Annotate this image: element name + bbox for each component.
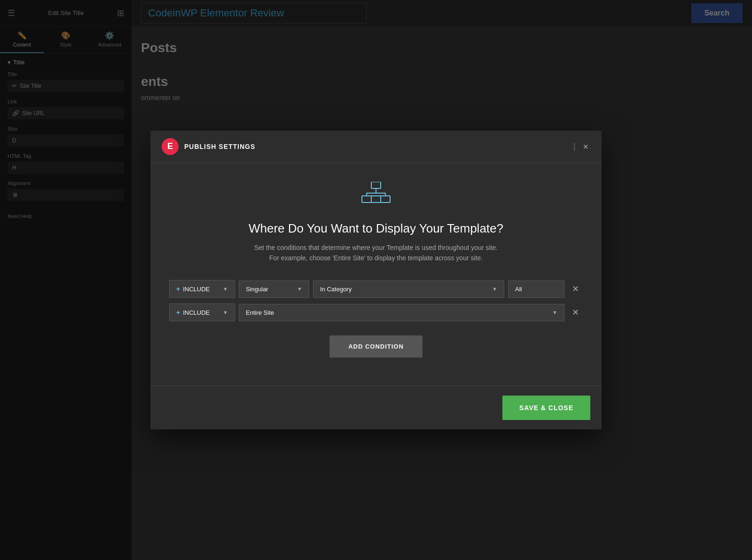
modal-title: PUBLISH SETTINGS	[184, 143, 568, 150]
elementor-logo: E	[162, 138, 179, 155]
svg-rect-7	[371, 196, 381, 202]
condition-row-1: + INCLUDE ▼ Singular ▼ In Category ▼ All	[169, 280, 583, 298]
condition-1-remove-button[interactable]: ✕	[568, 282, 583, 296]
condition-1-category-label: In Category	[320, 286, 352, 293]
modal-footer: SAVE & CLOSE	[150, 386, 602, 429]
condition-1-value-label: All	[515, 286, 522, 293]
save-close-button[interactable]: SAVE & CLOSE	[502, 396, 590, 420]
publish-settings-modal: E PUBLISH SETTINGS | ×	[150, 131, 602, 430]
condition-1-category-select[interactable]: In Category ▼	[313, 280, 504, 298]
condition-1-include-select[interactable]: + INCLUDE ▼	[169, 280, 235, 298]
condition-2-remove-button[interactable]: ✕	[568, 305, 583, 319]
condition-1-type-select[interactable]: Singular ▼	[239, 280, 309, 298]
conditions-list: + INCLUDE ▼ Singular ▼ In Category ▼ All	[169, 280, 583, 321]
template-display-icon	[361, 182, 391, 210]
svg-rect-6	[381, 196, 390, 202]
logo-letter: E	[167, 141, 173, 151]
plus-icon-2: +	[176, 309, 180, 316]
modal-header: E PUBLISH SETTINGS | ×	[150, 131, 602, 163]
condition-2-type-select[interactable]: Entire Site ▼	[239, 304, 564, 321]
modal-overlay: E PUBLISH SETTINGS | ×	[0, 0, 752, 560]
modal-body: Where Do You Want to Display Your Templa…	[150, 163, 602, 386]
condition-2-include-select[interactable]: + INCLUDE ▼	[169, 303, 235, 321]
plus-icon-1: +	[176, 285, 180, 293]
svg-rect-0	[371, 182, 381, 188]
condition-1-category-chevron: ▼	[492, 286, 497, 292]
condition-2-include-label: INCLUDE	[183, 309, 210, 316]
condition-2-type-chevron: ▼	[552, 310, 557, 315]
add-condition-button[interactable]: ADD CONDITION	[329, 335, 423, 358]
condition-1-include-label: INCLUDE	[183, 286, 210, 293]
condition-2-type-label: Entire Site	[246, 309, 274, 316]
condition-1-value-select[interactable]: All	[508, 280, 564, 298]
condition-1-type-label: Singular	[246, 286, 268, 293]
condition-1-type-chevron: ▼	[297, 286, 302, 292]
condition-2-include-chevron: ▼	[223, 310, 228, 315]
modal-heading: Where Do You Want to Display Your Templa…	[249, 221, 503, 236]
condition-1-include-chevron: ▼	[223, 286, 228, 292]
condition-row-2: + INCLUDE ▼ Entire Site ▼ ✕	[169, 303, 583, 321]
modal-close-button[interactable]: ×	[581, 140, 590, 153]
header-divider: |	[573, 141, 576, 151]
modal-subtext: Set the conditions that determine where …	[254, 242, 498, 264]
svg-rect-5	[362, 196, 371, 202]
